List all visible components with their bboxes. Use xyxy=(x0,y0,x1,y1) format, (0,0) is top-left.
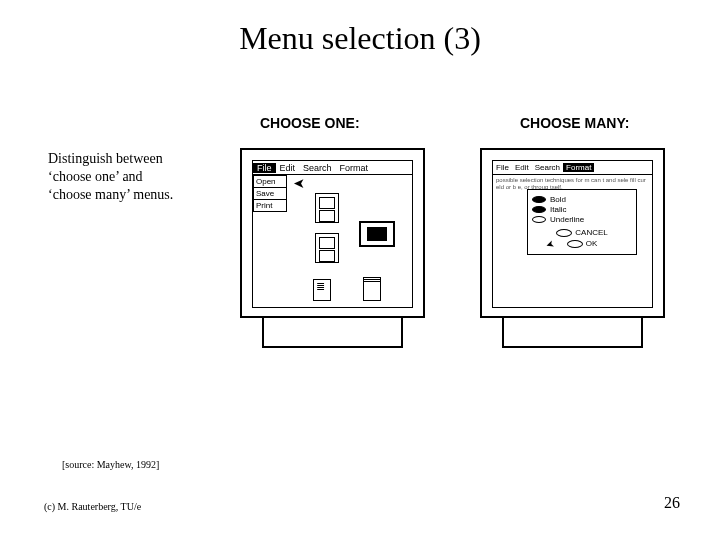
oval-icon xyxy=(532,216,546,223)
menu-file[interactable]: File xyxy=(253,163,276,173)
label-choose-one: CHOOSE ONE: xyxy=(260,115,360,131)
menu-format[interactable]: Format xyxy=(336,163,373,173)
caption-line: ‘choose one’ and xyxy=(48,169,143,184)
menu-edit[interactable]: Edit xyxy=(276,163,300,173)
caption-line: Distinguish between xyxy=(48,151,163,166)
button-label: OK xyxy=(586,239,598,248)
format-dialog: Bold Italic Underline CANCEL xyxy=(527,189,637,255)
menu-search[interactable]: Search xyxy=(532,163,563,172)
button-label: CANCEL xyxy=(575,228,607,237)
ok-button[interactable]: OK xyxy=(567,239,598,248)
menu-file[interactable]: File xyxy=(493,163,512,172)
trash-icon xyxy=(363,279,381,301)
menu-item-open[interactable]: Open xyxy=(254,176,286,188)
screen: File Edit Search Format possible selecti… xyxy=(492,160,653,308)
monitor-choose-one: File Edit Search Format Open Save Print … xyxy=(240,148,425,348)
source-citation: [source: Mayhew, 1992] xyxy=(62,459,159,470)
slide-title: Menu selection (3) xyxy=(0,20,720,57)
caption-line: ‘choose many’ menus. xyxy=(48,187,173,202)
file-dropdown: Open Save Print xyxy=(253,175,287,212)
menu-search[interactable]: Search xyxy=(299,163,336,173)
option-label: Underline xyxy=(550,215,584,224)
document-icon xyxy=(313,279,331,301)
option-label: Bold xyxy=(550,195,566,204)
cursor-icon: ➤ xyxy=(293,176,305,190)
oval-icon xyxy=(532,206,546,213)
window-icon xyxy=(359,221,395,247)
menu-item-save[interactable]: Save xyxy=(254,188,286,200)
menu-edit[interactable]: Edit xyxy=(512,163,532,172)
file-cabinet-icon xyxy=(315,193,339,223)
option-bold[interactable]: Bold xyxy=(532,195,632,204)
screen: File Edit Search Format Open Save Print … xyxy=(252,160,413,308)
monitor-bezel: File Edit Search Format possible selecti… xyxy=(480,148,665,318)
page-number: 26 xyxy=(664,494,680,512)
menubar: File Edit Search Format xyxy=(253,161,412,175)
monitor-bezel: File Edit Search Format Open Save Print … xyxy=(240,148,425,318)
copyright: (c) M. Rauterberg, TU/e xyxy=(44,501,141,512)
monitor-stand xyxy=(502,318,643,348)
monitor-stand xyxy=(262,318,403,348)
menu-format[interactable]: Format xyxy=(563,163,594,172)
menubar: File Edit Search Format xyxy=(493,161,652,175)
label-choose-many: CHOOSE MANY: xyxy=(520,115,629,131)
option-italic[interactable]: Italic xyxy=(532,205,632,214)
file-cabinet-icon xyxy=(315,233,339,263)
option-underline[interactable]: Underline xyxy=(532,215,632,224)
slide-caption: Distinguish between ‘choose one’ and ‘ch… xyxy=(48,150,218,205)
cancel-button[interactable]: CANCEL xyxy=(556,228,607,237)
button-icon xyxy=(567,240,583,248)
menu-item-print[interactable]: Print xyxy=(254,200,286,211)
monitor-choose-many: File Edit Search Format possible selecti… xyxy=(480,148,665,348)
option-label: Italic xyxy=(550,205,566,214)
oval-icon xyxy=(532,196,546,203)
button-icon xyxy=(556,229,572,237)
